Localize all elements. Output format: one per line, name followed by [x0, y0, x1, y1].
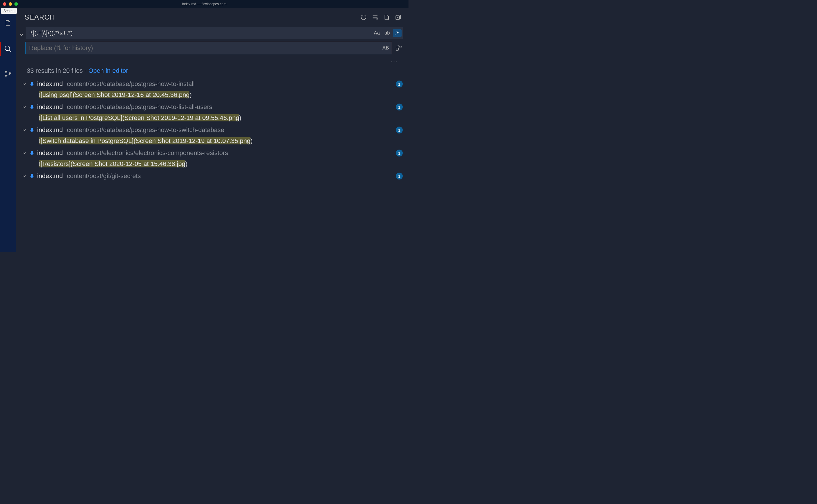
replace-input-container: AB [26, 42, 392, 54]
result-count-badge: 1 [396, 104, 403, 110]
toggle-replace-button[interactable] [19, 27, 24, 37]
chevron-down-icon [22, 173, 27, 179]
chevron-down-icon [22, 127, 27, 133]
use-regex-toggle[interactable]: .∗ [393, 29, 401, 37]
result-file-group: index.md content/post/git/git-secrets 1 [22, 171, 408, 182]
markdown-file-icon [29, 150, 35, 156]
result-file-name: index.md [37, 80, 63, 88]
svg-point-4 [9, 72, 11, 74]
open-in-editor-link[interactable]: Open in editor [88, 67, 128, 74]
match-highlight: ![Switch database in PostgreSQL](Screen … [39, 137, 250, 144]
match-highlight: ![Resistors](Screen Shot 2020-12-05 at 1… [39, 160, 185, 167]
result-file-path: content/post/git/git-secrets [67, 172, 393, 180]
chevron-down-icon [22, 150, 27, 156]
activity-bar [0, 8, 16, 252]
result-match-line[interactable]: ![Switch database in PostgreSQL](Screen … [22, 135, 408, 146]
result-count-badge: 1 [396, 127, 403, 133]
titlebar: index.md — flaviocopes.com [0, 0, 408, 8]
toggle-search-details[interactable]: ··· [26, 58, 403, 65]
svg-line-1 [9, 50, 11, 52]
match-highlight: ![List all users in PostgreSQL](Screen S… [39, 114, 239, 121]
chevron-down-icon [22, 104, 27, 110]
markdown-file-icon [29, 81, 35, 87]
chevron-down-icon [22, 81, 27, 87]
svg-text:ab: ab [399, 45, 402, 48]
result-file-path: content/post/database/postgres-how-to-in… [67, 80, 393, 88]
result-file-header[interactable]: index.md content/post/git/git-secrets 1 [22, 171, 408, 182]
sidebar-title: SEARCH [24, 13, 55, 21]
result-file-name: index.md [37, 172, 63, 180]
svg-point-0 [5, 46, 9, 51]
result-file-group: index.md content/post/database/postgres-… [22, 102, 408, 123]
markdown-file-icon [29, 127, 35, 133]
minimize-window-button[interactable] [9, 2, 12, 6]
result-file-header[interactable]: index.md content/post/electronics/electr… [22, 148, 408, 159]
preserve-case-toggle[interactable]: AB [380, 44, 390, 52]
result-file-path: content/post/electronics/electronics-com… [67, 149, 393, 157]
replace-all-button[interactable]: ab [395, 45, 403, 51]
search-sidebar: SEARCH Aa ab .∗ [16, 8, 408, 252]
markdown-file-icon [29, 104, 35, 110]
result-file-header[interactable]: index.md content/post/database/postgres-… [22, 125, 408, 135]
results-list: index.md content/post/database/postgres-… [16, 79, 408, 252]
refresh-icon[interactable] [360, 14, 367, 20]
result-file-name: index.md [37, 103, 63, 111]
clear-results-icon[interactable] [372, 14, 378, 20]
results-summary: 33 results in 20 files - Open in editor [16, 65, 408, 79]
svg-rect-14 [396, 48, 398, 50]
search-icon [4, 45, 12, 53]
result-file-name: index.md [37, 149, 63, 157]
svg-point-2 [5, 71, 7, 73]
match-whole-word-toggle[interactable]: ab [382, 29, 391, 37]
result-file-header[interactable]: index.md content/post/database/postgres-… [22, 79, 408, 89]
branch-icon [4, 70, 12, 78]
svg-point-3 [5, 75, 7, 77]
result-count-badge: 1 [396, 150, 403, 156]
result-match-line[interactable]: ![Resistors](Screen Shot 2020-12-05 at 1… [22, 159, 408, 169]
new-search-editor-icon[interactable] [383, 14, 390, 20]
result-match-line[interactable]: ![List all users in PostgreSQL](Screen S… [22, 112, 408, 123]
files-icon [4, 20, 12, 28]
result-count-badge: 1 [396, 173, 403, 180]
result-file-group: index.md content/post/electronics/electr… [22, 148, 408, 169]
search-tooltip: Search [1, 8, 17, 14]
search-activity[interactable] [0, 42, 16, 56]
replace-input[interactable] [29, 44, 380, 52]
result-count-badge: 1 [396, 81, 403, 87]
search-input[interactable] [29, 29, 372, 37]
result-file-path: content/post/database/postgres-how-to-li… [67, 103, 393, 111]
window-title: index.md — flaviocopes.com [182, 2, 226, 6]
match-highlight: ![using psql](Screen Shot 2019-12-16 at … [39, 91, 189, 98]
collapse-all-icon[interactable] [395, 14, 401, 20]
maximize-window-button[interactable] [14, 2, 18, 6]
result-file-path: content/post/database/postgres-how-to-sw… [67, 126, 393, 134]
source-control-activity[interactable] [0, 67, 16, 81]
result-file-name: index.md [37, 126, 63, 134]
result-file-group: index.md content/post/database/postgres-… [22, 125, 408, 146]
result-file-group: index.md content/post/database/postgres-… [22, 79, 408, 100]
close-window-button[interactable] [3, 2, 6, 6]
search-input-container: Aa ab .∗ [26, 27, 403, 39]
chevron-down-icon [19, 32, 24, 37]
replace-all-icon: ab [395, 45, 402, 51]
result-file-header[interactable]: index.md content/post/database/postgres-… [22, 102, 408, 112]
markdown-file-icon [29, 173, 35, 179]
traffic-lights [3, 2, 18, 6]
explorer-activity[interactable] [0, 17, 16, 30]
result-match-line[interactable]: ![using psql](Screen Shot 2019-12-16 at … [22, 89, 408, 100]
match-case-toggle[interactable]: Aa [372, 29, 382, 37]
